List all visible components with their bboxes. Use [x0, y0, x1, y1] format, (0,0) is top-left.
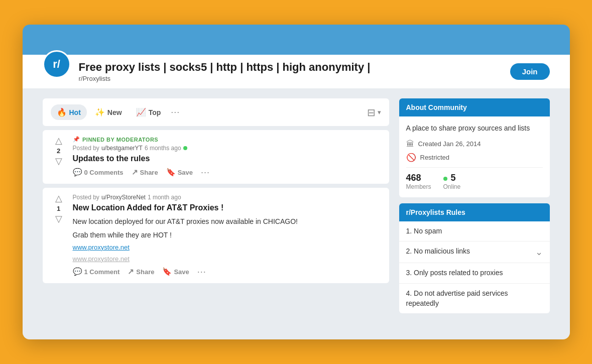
- post-title-2[interactable]: New Location Added for AT&T Proxies !: [73, 203, 381, 213]
- post-author-name-2[interactable]: u/ProxyStoreNet: [101, 194, 146, 201]
- save-icon-1: 🔖: [166, 168, 176, 177]
- post-content-line2: Grab them while they are HOT !: [73, 230, 381, 240]
- join-button[interactable]: Join: [510, 63, 550, 80]
- top-icon: 📈: [136, 107, 146, 117]
- post-meta-1: Posted by u/bestgamerYT 6 months ago: [73, 145, 381, 152]
- stats-row: 468 Members 5 Online: [406, 167, 543, 190]
- post-content-line1: New location deployed for our AT&T proxi…: [73, 216, 381, 227]
- post-time-2: 1 month ago: [148, 194, 181, 201]
- rule-2-text: 2. No malicious links: [406, 247, 531, 257]
- post-author-name-1[interactable]: u/bestgamerYT: [101, 145, 143, 152]
- rule-3: 3. Only posts related to proxies: [399, 263, 550, 284]
- subreddit-banner: [23, 25, 570, 55]
- post-body-2: Posted by u/ProxyStoreNet 1 month ago Ne…: [73, 194, 381, 277]
- downvote-2[interactable]: ▽: [55, 214, 62, 223]
- share-action-1[interactable]: ↗ Share: [132, 168, 158, 177]
- downvote-1[interactable]: ▽: [55, 157, 62, 166]
- view-toggle[interactable]: ⊟ ▾: [367, 106, 381, 118]
- rule-2[interactable]: 2. No malicious links ⌄: [399, 241, 550, 263]
- post-card-2: △ 1 ▽ Posted by u/ProxyStoreNet 1 month …: [43, 188, 389, 283]
- save-action-1[interactable]: 🔖 Save: [166, 168, 193, 177]
- comment-count-1: 0 Comments: [84, 169, 124, 176]
- restricted-text: Restricted: [420, 154, 450, 161]
- comment-count-2: 1 Comment: [84, 268, 120, 276]
- post-author-1: Posted by: [73, 145, 99, 152]
- logo-text: r/: [53, 58, 60, 71]
- rules-card: r/Proxylists Rules 1. No spam 2. No mali…: [399, 203, 550, 313]
- post-actions-1: 💬 0 Comments ↗ Share 🔖 Save ···: [73, 167, 381, 178]
- subreddit-info: Free proxy lists | socks5 | http | https…: [79, 61, 502, 82]
- sort-new-label: New: [107, 108, 122, 116]
- post-time-1: 6 months ago: [145, 145, 181, 152]
- feed-column: 🔥 Hot ✨ New 📈 Top ··· ⊟ ▾: [43, 98, 389, 329]
- save-icon-2: 🔖: [162, 267, 172, 276]
- share-label-1: Share: [140, 169, 158, 176]
- post-actions-2: 💬 1 Comment ↗ Share 🔖 Save ···: [73, 267, 381, 277]
- hot-icon: 🔥: [57, 107, 67, 117]
- about-community-card: About Community A place to share proxy s…: [399, 98, 550, 197]
- subreddit-name: r/Proxylists: [79, 75, 502, 82]
- restricted-icon: 🚫: [406, 153, 416, 162]
- comments-action-2[interactable]: 💬 1 Comment: [73, 267, 120, 276]
- rule-4-text: 4. Do not advertise paid services repeat…: [406, 289, 543, 308]
- more-dots-1[interactable]: ···: [201, 167, 210, 178]
- vote-count-2: 1: [57, 205, 60, 212]
- post-card-pinned: △ 2 ▽ 📌 PINNED BY MODERATORS Posted by u…: [43, 130, 389, 184]
- share-icon-2: ↗: [128, 267, 134, 276]
- more-dots-2[interactable]: ···: [197, 267, 206, 277]
- members-count: 468: [406, 173, 431, 183]
- upvote-2[interactable]: △: [55, 194, 62, 203]
- subreddit-logo: r/: [43, 50, 71, 78]
- rules-header: r/Proxylists Rules: [399, 203, 550, 221]
- comments-action-1[interactable]: 💬 0 Comments: [73, 168, 124, 177]
- restricted-meta: 🚫 Restricted: [406, 153, 543, 162]
- comment-icon-2: 💬: [73, 267, 82, 276]
- upvote-1[interactable]: △: [55, 136, 62, 145]
- rule-4: 4. Do not advertise paid services repeat…: [399, 284, 550, 313]
- rule-3-text: 3. Only posts related to proxies: [406, 268, 543, 278]
- vote-count-1: 2: [57, 147, 60, 155]
- new-icon: ✨: [95, 107, 105, 117]
- save-action-2[interactable]: 🔖 Save: [162, 267, 189, 276]
- calendar-icon: 🏛: [406, 140, 414, 149]
- online-number: 5: [451, 173, 456, 183]
- share-action-2[interactable]: ↗ Share: [128, 267, 154, 276]
- post-link-preview-2[interactable]: www.proxystore.net: [73, 255, 381, 263]
- online-indicator: [443, 177, 447, 181]
- rule-2-expand-icon[interactable]: ⌄: [535, 247, 543, 258]
- online-label: Online: [443, 183, 461, 190]
- comment-icon-1: 💬: [73, 168, 82, 177]
- sort-hot-label: Hot: [69, 108, 81, 116]
- created-text: Created Jan 26, 2014: [418, 140, 481, 148]
- content-area: 🔥 Hot ✨ New 📈 Top ··· ⊟ ▾: [23, 88, 570, 339]
- save-label-1: Save: [178, 169, 193, 176]
- browser-window: r/ Free proxy lists | socks5 | http | ht…: [23, 25, 570, 339]
- subreddit-title: Free proxy lists | socks5 | http | https…: [79, 61, 502, 74]
- pin-icon: 📌: [73, 136, 80, 143]
- created-meta: 🏛 Created Jan 26, 2014: [406, 140, 543, 149]
- sort-new[interactable]: ✨ New: [89, 104, 128, 120]
- about-community-header: About Community: [399, 98, 550, 116]
- share-icon-1: ↗: [132, 168, 138, 177]
- members-stat: 468 Members: [406, 173, 431, 190]
- sort-top[interactable]: 📈 Top: [130, 104, 167, 120]
- online-count: 5: [443, 173, 461, 183]
- sort-hot[interactable]: 🔥 Hot: [51, 104, 87, 120]
- sort-more-dots[interactable]: ···: [171, 107, 180, 117]
- post-meta-2: Posted by u/ProxyStoreNet 1 month ago: [73, 194, 381, 201]
- pinned-label-text: PINNED BY MODERATORS: [82, 137, 158, 143]
- sidebar: About Community A place to share proxy s…: [399, 98, 550, 329]
- pinned-label: 📌 PINNED BY MODERATORS: [73, 136, 381, 143]
- post-link-2[interactable]: www.proxystore.net: [73, 244, 381, 251]
- post-title-1[interactable]: Updates to the rules: [73, 154, 381, 164]
- rule-1: 1. No spam: [399, 221, 550, 242]
- post-author-prefix-2: Posted by: [73, 194, 99, 201]
- sort-bar: 🔥 Hot ✨ New 📈 Top ··· ⊟ ▾: [43, 98, 389, 126]
- rule-1-text: 1. No spam: [406, 226, 543, 236]
- subreddit-header: r/ Free proxy lists | socks5 | http | ht…: [23, 55, 570, 88]
- save-label-2: Save: [174, 268, 189, 276]
- sort-top-label: Top: [149, 108, 161, 116]
- view-icon: ⊟: [367, 106, 376, 118]
- share-label-2: Share: [136, 268, 154, 276]
- online-stat: 5 Online: [443, 173, 461, 190]
